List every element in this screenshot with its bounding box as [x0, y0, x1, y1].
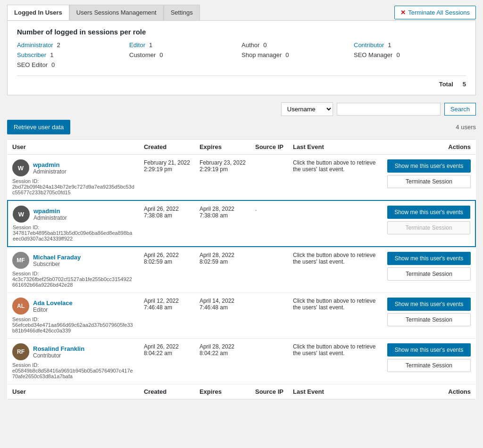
show-events-button-3[interactable]: Show me this user's events [387, 298, 471, 311]
users-count: 4 users [456, 124, 476, 131]
roles-grid: Administrator 2 Editor 1 Author 0 Contri… [17, 41, 466, 68]
tf-last-event: Last Event [288, 384, 383, 399]
tf-user: User [8, 384, 139, 399]
show-events-button-4[interactable]: Show me this user's events [387, 343, 471, 357]
role-name-seo-editor: SEO Editor [17, 61, 48, 68]
tf-source-ip: Source IP [250, 384, 288, 399]
actions-cell-1: Show me this user's events Terminate Ses… [383, 200, 475, 247]
role-item-shop-manager: Shop manager 0 [242, 51, 354, 58]
tabs-list: Logged In Users Users Sessions Managemen… [7, 5, 200, 20]
created-cell-4: April 26, 20228:04:22 am [139, 339, 195, 384]
total-row: Total 5 [17, 75, 466, 88]
last-event-cell-4: Click the button above to retrieve the u… [288, 339, 383, 384]
role-item-customer: Customer 0 [129, 51, 242, 58]
role-name-seo-manager: SEO Manager [354, 51, 392, 58]
user-name-3[interactable]: Ada Lovelace [33, 299, 73, 307]
user-role-1: Administrator [33, 215, 67, 221]
user-role-3: Editor [33, 307, 73, 313]
expires-cell-0: February 23, 20222:29:19 pm [195, 155, 250, 201]
search-input[interactable] [337, 103, 441, 116]
retrieve-user-data-button[interactable]: Retrieve user data [7, 120, 70, 134]
role-item-seo-manager: SEO Manager 0 [354, 51, 466, 58]
role-count-administrator: 2 [57, 41, 60, 49]
session-id-3: Session ID:56efcebd34e471aa966d69c62aa2d… [12, 316, 134, 333]
created-cell-1: April 26, 20227:38:08 am [139, 200, 195, 247]
role-count-customer: 0 [159, 51, 163, 58]
actions-cell-2: Show me this user's events Terminate Ses… [383, 247, 475, 293]
user-role-0: Administrator [33, 168, 67, 175]
created-cell-3: April 12, 20227:46:48 am [139, 293, 195, 339]
tf-created: Created [139, 384, 195, 399]
tabs-header: Logged In Users Users Sessions Managemen… [7, 5, 476, 20]
user-role-4: Contributor [33, 352, 84, 359]
role-count-seo-editor: 0 [51, 61, 55, 68]
tf-expires: Expires [195, 384, 250, 399]
th-expires: Expires [195, 140, 250, 155]
table-row: W wpadmin Administrator Session ID:2bd72… [8, 155, 475, 201]
user-name-2[interactable]: Michael Faraday [33, 254, 81, 261]
role-count-editor: 1 [149, 41, 152, 49]
role-item-author: Author 0 [242, 41, 354, 49]
role-link-editor[interactable]: Editor [129, 41, 145, 49]
role-count-seo-manager: 0 [396, 51, 400, 58]
user-name-1[interactable]: wpadmin [33, 207, 67, 215]
show-events-button-1[interactable]: Show me this user's events [387, 206, 470, 219]
role-item-editor: Editor 1 [129, 41, 242, 49]
expires-cell-1: April 28, 20227:38:08 am [195, 200, 250, 247]
terminate-all-label: Terminate All Sessions [408, 9, 470, 16]
terminate-session-button-2[interactable]: Terminate Session [387, 267, 471, 281]
session-id-2: Session ID:4c3c7326fbef25b0702cf1527ab1f… [12, 271, 134, 288]
role-link-subscriber[interactable]: Subscriber [17, 51, 46, 58]
tab-settings[interactable]: Settings [164, 5, 200, 20]
search-button[interactable]: Search [444, 103, 476, 116]
show-events-button-0[interactable]: Show me this user's events [387, 159, 471, 173]
role-link-administrator[interactable]: Administrator [17, 41, 53, 49]
terminate-all-sessions-button[interactable]: ✕ Terminate All Sessions [394, 6, 476, 19]
user-cell-0: W wpadmin Administrator Session ID:2bd72… [8, 155, 139, 201]
x-icon: ✕ [400, 9, 406, 16]
th-source-ip: Source IP [250, 140, 288, 155]
th-user: User [8, 140, 139, 155]
user-name-0[interactable]: wpadmin [33, 161, 67, 168]
sessions-summary-panel: Number of logged in sessions per role Ad… [7, 20, 476, 95]
actions-cell-3: Show me this user's events Terminate Ses… [383, 293, 475, 339]
user-name-4[interactable]: Rosalind Franklin [33, 345, 84, 352]
role-name-customer: Customer [129, 51, 156, 58]
last-event-cell-0: Click the button above to retrieve the u… [288, 155, 383, 201]
source-ip-cell-3 [250, 293, 288, 339]
role-count-author: 0 [263, 41, 266, 49]
tab-sessions-management[interactable]: Users Sessions Management [69, 5, 164, 20]
show-events-button-2[interactable]: Show me this user's events [387, 252, 471, 265]
th-created: Created [139, 140, 195, 155]
total-count: 5 [463, 81, 466, 88]
role-link-contributor[interactable]: Contributor [354, 41, 384, 49]
last-event-cell-1 [288, 200, 383, 247]
terminate-session-button-1[interactable]: Terminate Session [387, 221, 470, 234]
th-actions: Actions [383, 140, 475, 155]
table-row: W wpadmin Administrator Session ID:34781… [8, 200, 475, 247]
expires-cell-3: April 14, 20227:46:48 am [195, 293, 250, 339]
users-table: User Created Expires Source IP Last Even… [7, 139, 476, 399]
expires-cell-2: April 28, 20228:02:59 am [195, 247, 250, 293]
search-filter-select[interactable]: Username Email IP Address [281, 102, 333, 116]
terminate-session-button-3[interactable]: Terminate Session [387, 313, 471, 326]
user-cell-2: MF Michael Faraday Subscriber Session ID… [8, 247, 139, 293]
actions-cell-4: Show me this user's events Terminate Ses… [383, 339, 475, 384]
terminate-session-button-0[interactable]: Terminate Session [387, 175, 471, 188]
session-id-4: Session ID:e05849b8c8d58416a9691b945b05a… [12, 362, 134, 379]
user-cell-4: RF Rosalind Franklin Contributor Session… [8, 339, 139, 384]
last-event-cell-3: Click the button above to retrieve the u… [288, 293, 383, 339]
role-item-administrator: Administrator 2 [17, 41, 129, 49]
sessions-panel-title: Number of logged in sessions per role [17, 28, 466, 36]
tab-logged-in[interactable]: Logged In Users [7, 5, 69, 20]
user-role-2: Subscriber [33, 261, 81, 267]
table-footer-row: User Created Expires Source IP Last Even… [8, 384, 475, 399]
table-row: MF Michael Faraday Subscriber Session ID… [8, 247, 475, 293]
search-bar: Username Email IP Address Search [7, 102, 476, 116]
tf-actions: Actions [383, 384, 475, 399]
terminate-session-button-4[interactable]: Terminate Session [387, 359, 471, 372]
role-item-subscriber: Subscriber 1 [17, 51, 129, 58]
session-id-0: Session ID:2bd72b09f4b24a134b72e9c727d9a… [12, 178, 134, 195]
role-count-subscriber: 1 [50, 51, 53, 58]
session-id-1: Session ID:347817eb4895bab1f13b5d0c09e6b… [13, 224, 134, 241]
